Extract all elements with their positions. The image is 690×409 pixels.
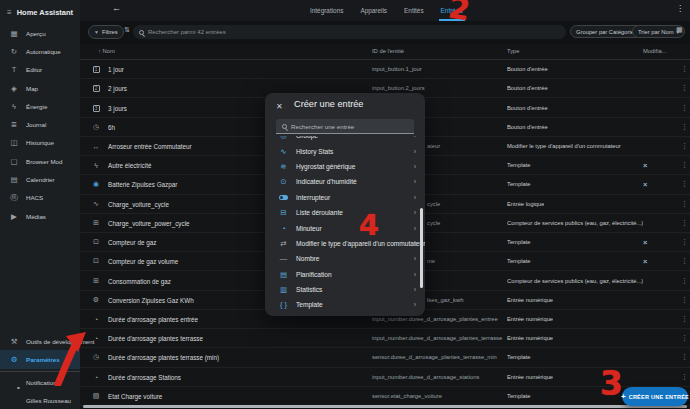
row-menu-icon[interactable]: ⋮ <box>681 238 688 246</box>
helper-type-groupe[interactable]: ◎Groupe› <box>265 136 425 143</box>
entity-type: Entrée logique <box>507 201 544 207</box>
column-header-editable[interactable]: Modifia... <box>643 48 667 54</box>
entity-id-fragment: cycle <box>427 201 440 207</box>
tab-entit-s[interactable]: Entités <box>402 0 426 21</box>
tab-int-grations[interactable]: Intégrations <box>308 0 345 21</box>
dash-icon: — <box>278 254 289 263</box>
sidebar-item-aper-u[interactable]: ▦Aperçu <box>0 24 80 42</box>
helper-type-hygrostat-g-n-rique[interactable]: ≋Hygrostat générique› <box>265 159 425 174</box>
menu-icon[interactable]: ≡ <box>7 8 12 17</box>
helper-type-nombre[interactable]: —Nombre› <box>265 251 425 266</box>
timer-icon: ◔ <box>91 373 101 380</box>
sidebar-item-outils-de-d-veloppement[interactable]: ⚒Outils de développement <box>0 332 80 350</box>
entity-name: Durée d'arrosage plantes terrasse (min) <box>108 354 219 361</box>
entity-name: 6h <box>108 123 115 130</box>
hygrostat-icon: ≋ <box>278 162 289 171</box>
row-menu-icon[interactable]: ⋮ <box>681 84 688 92</box>
columns-settings-icon[interactable]: ▦ <box>676 26 683 34</box>
row-menu-icon[interactable]: ⋮ <box>681 315 688 323</box>
sidebar-item-automatique[interactable]: ↻Automatique <box>0 42 80 60</box>
dialog-search-input[interactable]: Rechercher une entrée <box>276 119 414 134</box>
row-menu-icon[interactable]: ⋮ <box>681 200 688 208</box>
sidebar-item-calendrier[interactable]: ▤Calendrier <box>0 170 80 188</box>
table-row[interactable]: ▧Etat Charge voituresensor.etat_charge_v… <box>80 387 690 406</box>
sidebar-item-user[interactable]: Gilles Rousseau <box>0 392 80 409</box>
sidebar-item-param-tres[interactable]: ⚙Paramètres <box>0 350 80 368</box>
table-row[interactable]: ◷Durée d'arrosage plantes terrasse (min)… <box>80 348 690 367</box>
entity-name: Conversion Zipulses Gaz KWh <box>108 296 194 303</box>
row-menu-icon[interactable]: ⋮ <box>681 334 688 342</box>
entity-name: Durée d'arrosage plantes terrasse <box>108 335 203 342</box>
horizontal-scrollbar[interactable] <box>83 405 687 408</box>
helper-type-interrupteur[interactable]: Interrupteur› <box>265 190 425 205</box>
entity-id-fragment: cycle <box>427 220 440 226</box>
dialog-title: Créer une entrée <box>294 99 363 109</box>
layout-toggle-icon[interactable]: ⇅ <box>124 26 130 34</box>
overflow-menu-icon[interactable]: ⋮ <box>676 4 684 13</box>
helper-type-template[interactable]: { }Template› <box>265 297 425 312</box>
entity-type: Template <box>507 393 531 399</box>
column-header-entity-id[interactable]: ID de l'entité <box>372 48 404 54</box>
entity-id: sensor.etat_charge_voiture <box>372 393 442 399</box>
row-menu-icon[interactable]: ⋮ <box>681 123 688 131</box>
row-menu-icon[interactable]: ⋮ <box>681 257 688 265</box>
chevron-right-icon: › <box>414 301 416 308</box>
helper-type-list: ◎Groupe›∿History Stats›≋Hygrostat généri… <box>265 136 425 316</box>
column-header-name[interactable]: ↑ Nom <box>98 48 115 54</box>
entity-type: Template <box>507 239 531 245</box>
table-row[interactable]: 11 jourinput_button.1_jourBouton d'entré… <box>80 60 690 79</box>
row-menu-icon[interactable]: ⋮ <box>681 373 688 381</box>
entity-type: Compteur de services publics (eau, gaz, … <box>507 220 643 226</box>
row-menu-icon[interactable]: ⋮ <box>681 180 688 188</box>
sidebar-item-map[interactable]: ◈Map <box>0 79 80 97</box>
chart-line-icon: ∿ <box>91 200 101 208</box>
numeric-1-box-icon: 1 <box>91 65 101 73</box>
row-menu-icon[interactable]: ⋮ <box>681 142 688 150</box>
helper-type-history-stats[interactable]: ∿History Stats› <box>265 143 425 158</box>
row-menu-icon[interactable]: ⋮ <box>681 161 688 169</box>
helper-type-indicateur-d-humidit[interactable]: ⊙Indicateur d'humidité› <box>265 174 425 189</box>
sidebar-item-notifications[interactable]: Notifications <box>0 374 80 392</box>
create-entry-button[interactable]: + CRÉER UNE ENTRÉE <box>622 387 688 406</box>
row-menu-icon[interactable]: ⋮ <box>681 277 688 285</box>
helper-type-statistics[interactable]: ▥Statistics› <box>265 282 425 297</box>
table-row[interactable]: ◔Durée d'arrosage Stationsinput_number.d… <box>80 368 690 387</box>
helper-type-minuteur[interactable]: ◔Minuteur› <box>265 220 425 235</box>
entity-type: Entrée numérique <box>507 297 553 303</box>
helper-type-liste-d-roulante[interactable]: ⊟Liste déroulante› <box>265 205 425 220</box>
editor-icon: T <box>9 65 19 74</box>
table-row[interactable]: ◔Durée d'arrosage plantes terrasseinput_… <box>80 329 690 348</box>
dialog-scrollbar[interactable] <box>420 208 423 288</box>
entity-id: input_number.duree_d_arrosage_plantes_te… <box>372 335 502 341</box>
row-menu-icon[interactable]: ⋮ <box>681 353 688 361</box>
back-arrow-icon[interactable]: ← <box>112 3 121 13</box>
timer-icon: ◔ <box>91 315 101 322</box>
filters-button[interactable]: ▼ Filtres <box>88 25 124 39</box>
sidebar-item-historique[interactable]: ◫Historique <box>0 134 80 152</box>
app-bar: ← IntégrationsAppareilsEntitésEntrées ⋮ <box>80 0 690 21</box>
row-menu-icon[interactable]: ⋮ <box>681 219 688 227</box>
helper-type-modifier-le-type-d-appareil-d-un-commutateur[interactable]: ⇄Modifier le type d'appareil d'un commut… <box>265 236 425 251</box>
sidebar-item-m-dias[interactable]: ▶Médias <box>0 207 80 225</box>
tab-appareils[interactable]: Appareils <box>358 0 389 21</box>
sidebar-item-journal[interactable]: ≣Journal <box>0 115 80 133</box>
sidebar-item-browser-mod[interactable]: ▢Browser Mod <box>0 152 80 170</box>
search-input[interactable]: Rechercher parmi 42 entrées <box>133 25 566 39</box>
row-menu-icon[interactable]: ⋮ <box>681 104 688 112</box>
timer-icon: ◔ <box>278 224 289 233</box>
entity-name: 1 jour <box>108 66 124 73</box>
tab-entr-es[interactable]: Entrées <box>439 0 465 21</box>
helper-type-planification[interactable]: ▤Planification› <box>265 267 425 282</box>
sidebar-item-hacs[interactable]: ⒽHACS <box>0 189 80 207</box>
column-header-type[interactable]: Type <box>507 48 520 54</box>
toolbar: ▼ Filtres ⇅ Rechercher parmi 42 entrées … <box>80 21 690 44</box>
flash-icon: ϟ <box>91 162 101 169</box>
sidebar-item-nergie[interactable]: ϟÉnergie <box>0 97 80 115</box>
filter-icon: ▼ <box>94 29 99 35</box>
sidebar-item-editor[interactable]: TEditor <box>0 61 80 79</box>
chevron-right-icon: › <box>414 286 416 293</box>
close-icon[interactable]: ✕ <box>276 102 283 111</box>
entity-name: Arroseur entrée Commutateur <box>108 142 192 149</box>
row-menu-icon[interactable]: ⋮ <box>681 65 688 73</box>
row-menu-icon[interactable]: ⋮ <box>681 296 688 304</box>
